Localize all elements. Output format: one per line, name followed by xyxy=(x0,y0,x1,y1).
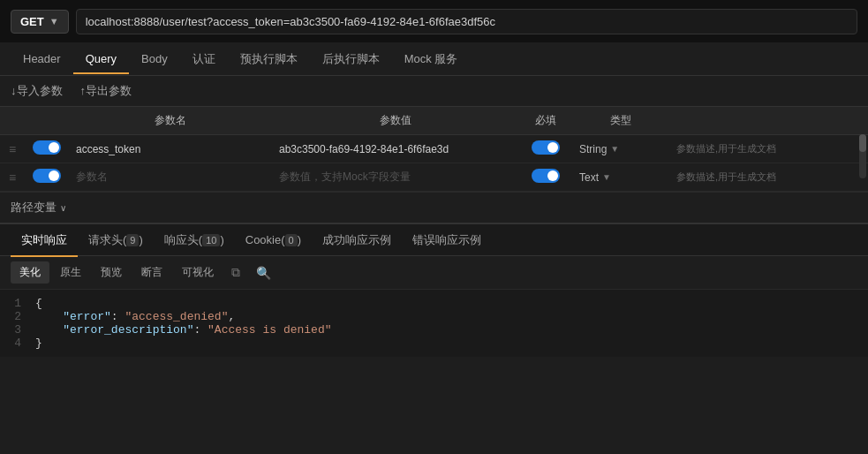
req-headers-label: 请求头 xyxy=(88,233,123,246)
import-params-label: ↓导入参数 xyxy=(11,83,63,99)
json-value-error-desc: "Access is denied" xyxy=(208,323,331,337)
param-desc-cell-1[interactable]: 参数描述,用于生成文档 xyxy=(669,135,868,163)
param-name-cell-2[interactable]: 参数名 xyxy=(69,163,272,192)
type-chevron-2: ▼ xyxy=(602,172,611,182)
table-scrollbar[interactable] xyxy=(859,134,866,178)
url-input[interactable] xyxy=(76,9,857,34)
toggle-switch-2[interactable] xyxy=(33,169,61,183)
line-num-3: 3 xyxy=(0,323,35,337)
params-table-container: 参数名 参数值 必填 类型 ≡ access_token ab3 xyxy=(0,106,868,192)
col-header-toggle xyxy=(25,107,69,135)
type-select-2[interactable]: Text ▼ xyxy=(579,171,662,184)
line-num-4: 4 xyxy=(0,337,35,350)
method-label: GET xyxy=(20,15,44,28)
json-value-error: "access_denied" xyxy=(125,310,228,323)
col-header-name: 参数名 xyxy=(69,107,272,135)
tab-success-example[interactable]: 成功响应示例 xyxy=(312,223,402,257)
cookies-badge: 0 xyxy=(285,234,298,246)
import-params-button[interactable]: ↓导入参数 xyxy=(11,83,63,99)
tab-realtime[interactable]: 实时响应 xyxy=(11,223,78,257)
view-tab-preview[interactable]: 预览 xyxy=(92,261,131,284)
param-value-cell-2[interactable]: 参数值，支持Mock字段变量 xyxy=(272,163,519,192)
tab-cookies[interactable]: Cookie(0) xyxy=(235,224,312,255)
required-toggle-1[interactable] xyxy=(532,140,560,155)
tab-query[interactable]: Query xyxy=(73,43,129,74)
code-line-3: 3 "error_description": "Access is denied… xyxy=(0,323,868,337)
copy-icon[interactable]: ⧉ xyxy=(224,261,247,284)
param-name-cell-1[interactable]: access_token xyxy=(69,135,272,163)
param-desc-cell-2[interactable]: 参数描述,用于生成文档 xyxy=(669,163,868,192)
tab-post-script[interactable]: 后执行脚本 xyxy=(310,42,392,76)
export-params-label: ↑导出参数 xyxy=(80,83,132,99)
res-headers-badge: 10 xyxy=(202,234,220,246)
line-content-2: "error": "access_denied", xyxy=(35,310,868,323)
type-select-1[interactable]: String ▼ xyxy=(579,143,662,155)
col-header-type: 类型 xyxy=(572,107,669,135)
main-tabs: Header Query Body 认证 预执行脚本 后执行脚本 Mock 服务 xyxy=(0,42,868,76)
json-key-error-desc: "error_description" xyxy=(63,323,193,337)
param-value-cell-1[interactable]: ab3c3500-fa69-4192-84e1-6f6fae3d xyxy=(272,135,519,163)
param-type-cell-1[interactable]: String ▼ xyxy=(572,135,669,163)
line-content-1: { xyxy=(35,297,868,310)
param-desc-1: 参数描述,用于生成文档 xyxy=(676,143,776,154)
req-headers-badge: 9 xyxy=(126,234,139,246)
tab-header[interactable]: Header xyxy=(11,43,73,74)
export-params-button[interactable]: ↑导出参数 xyxy=(80,83,132,99)
tab-error-example[interactable]: 错误响应示例 xyxy=(402,223,492,257)
table-row: ≡ 参数名 参数值，支持Mock字段变量 Text ▼ xyxy=(0,163,868,192)
drag-handle-2[interactable]: ≡ xyxy=(0,163,25,192)
type-value-2: Text xyxy=(579,171,599,184)
url-bar: GET ▼ xyxy=(0,0,868,42)
response-tabs: 实时响应 请求头(9) 响应头(10) Cookie(0) 成功响应示例 错误响… xyxy=(0,223,868,256)
path-vars-arrow: ∨ xyxy=(60,203,66,213)
tab-pre-script[interactable]: 预执行脚本 xyxy=(228,42,310,76)
code-area: 1 { 2 "error": "access_denied", 3 "error… xyxy=(0,290,868,357)
required-toggle-2[interactable] xyxy=(532,169,560,183)
line-content-4: } xyxy=(35,337,868,350)
import-export-bar: ↓导入参数 ↑导出参数 xyxy=(0,76,868,106)
toggle-cell-1[interactable] xyxy=(25,135,69,163)
type-value-1: String xyxy=(579,143,607,155)
param-value-placeholder-2: 参数值，支持Mock字段变量 xyxy=(279,170,411,183)
view-tab-raw[interactable]: 原生 xyxy=(51,261,90,284)
col-header-value: 参数值 xyxy=(272,107,519,135)
path-vars-section[interactable]: 路径变量 ∨ xyxy=(0,192,868,223)
tab-req-headers[interactable]: 请求头(9) xyxy=(78,223,154,257)
view-tab-assert[interactable]: 断言 xyxy=(132,261,171,284)
toggle-switch-1[interactable] xyxy=(33,140,61,155)
code-line-1: 1 { xyxy=(0,297,868,310)
param-name-placeholder-2: 参数名 xyxy=(76,170,108,183)
search-icon[interactable]: 🔍 xyxy=(249,262,278,284)
param-value-1: ab3c3500-fa69-4192-84e1-6f6fae3d xyxy=(279,143,449,155)
drag-icon-2: ≡ xyxy=(9,170,16,185)
col-header-drag xyxy=(0,107,25,135)
line-num-2: 2 xyxy=(0,310,35,323)
method-select[interactable]: GET ▼ xyxy=(11,10,69,34)
view-tabs: 美化 原生 预览 断言 可视化 ⧉ 🔍 xyxy=(0,256,868,290)
tab-auth[interactable]: 认证 xyxy=(180,42,228,76)
param-type-cell-2[interactable]: Text ▼ xyxy=(572,163,669,192)
param-desc-2: 参数描述,用于生成文档 xyxy=(676,171,776,182)
param-name-1: access_token xyxy=(76,143,140,155)
tab-res-headers[interactable]: 响应头(10) xyxy=(154,223,235,257)
col-header-desc xyxy=(669,107,868,135)
toggle-cell-2[interactable] xyxy=(25,163,69,192)
code-line-2: 2 "error": "access_denied", xyxy=(0,310,868,323)
view-tab-pretty[interactable]: 美化 xyxy=(11,261,49,284)
view-tab-visualize[interactable]: 可视化 xyxy=(173,261,223,284)
param-required-cell-2[interactable] xyxy=(519,163,572,192)
path-vars-label: 路径变量 xyxy=(11,200,57,216)
line-num-1: 1 xyxy=(0,297,35,310)
drag-handle[interactable]: ≡ xyxy=(0,135,25,163)
cookies-label: Cookie xyxy=(245,233,281,246)
type-chevron-1: ▼ xyxy=(610,144,619,154)
line-content-3: "error_description": "Access is denied" xyxy=(35,323,868,337)
drag-icon: ≡ xyxy=(9,142,16,156)
res-headers-label: 响应头 xyxy=(164,233,199,246)
json-key-error: "error" xyxy=(63,310,111,323)
tab-mock[interactable]: Mock 服务 xyxy=(392,42,471,76)
params-table: 参数名 参数值 必填 类型 ≡ access_token ab3 xyxy=(0,106,868,192)
param-required-cell-1[interactable] xyxy=(519,135,572,163)
code-line-4: 4 } xyxy=(0,337,868,350)
tab-body[interactable]: Body xyxy=(129,43,180,74)
